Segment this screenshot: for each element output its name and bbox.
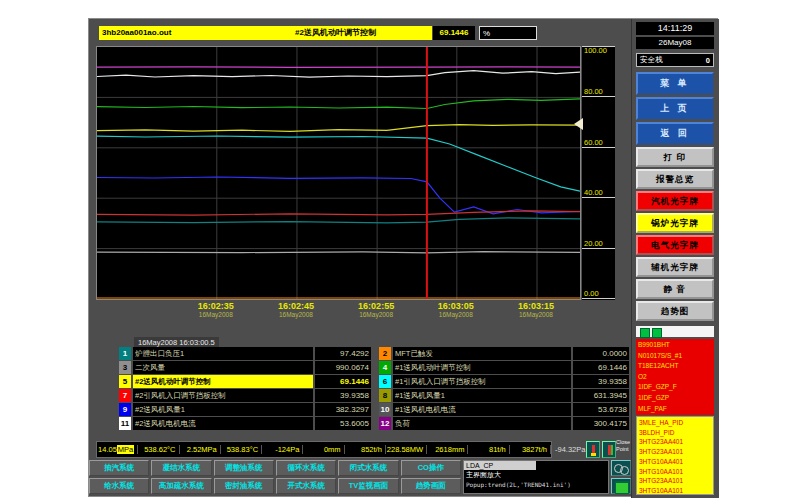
- sidebar-button-6[interactable]: 静 音: [636, 279, 714, 299]
- legend-signal-value: 300.4175: [573, 417, 629, 430]
- legend-signal-label[interactable]: #1引风机入口调节挡板控制: [393, 375, 571, 388]
- x-tick-time: 16:03:05: [421, 301, 491, 311]
- legend-row[interactable]: 10#1送风机电机电流53.6738: [379, 403, 629, 416]
- alarm-tag[interactable]: N01017S/S_#1: [638, 351, 712, 362]
- sidebar-button-7[interactable]: 趋势图: [636, 301, 714, 321]
- alarm-tag-list-red[interactable]: B9901BHTN01017S/S_#1T18E12ACHTO21IDF_GZP…: [636, 339, 714, 415]
- menu-button-row2-3[interactable]: 开式水系统: [276, 478, 336, 494]
- legend-signal-label[interactable]: #1送风机电机电流: [393, 403, 571, 416]
- legend-row[interactable]: 7#2引风机入口调节挡板控制39.9358: [119, 389, 371, 402]
- alarm-tag[interactable]: T18E12ACHT: [638, 361, 712, 372]
- sidebar-button-2[interactable]: 汽机光字牌: [636, 191, 714, 211]
- legend-signal-label[interactable]: #2送风机动叶调节控制: [133, 375, 313, 388]
- sidebar-button-4[interactable]: 电气光字牌: [636, 235, 714, 255]
- status-chip-strip: [636, 326, 714, 337]
- legend-signal-value: 39.9358: [315, 389, 371, 402]
- alarm-tag[interactable]: 3HTG23AA101: [639, 476, 711, 486]
- process-status-bar: 14.05MPa538.62°C2.52MPa538.83°C-124Pa0mm…: [96, 441, 552, 458]
- legend-signal-value: 97.4292: [315, 347, 371, 360]
- legend-signal-label[interactable]: 负荷: [393, 417, 571, 430]
- link-tool-button[interactable]: [611, 460, 631, 476]
- status-value: 538.62°C: [138, 445, 179, 454]
- sidebar-button-5[interactable]: 辅机光字牌: [636, 257, 714, 277]
- legend-signal-label[interactable]: #1送风机动叶调节控制: [393, 361, 571, 374]
- legend-row[interactable]: 1炉膛出口负压197.4292: [119, 347, 371, 360]
- command-console[interactable]: LDA_CP 主界面放大 Popup:trend(2L,'TREND41.ini…: [463, 460, 609, 494]
- legend-row[interactable]: 2MFT已触发0.0000: [379, 347, 629, 360]
- x-tick-date: 16May2008: [421, 311, 491, 318]
- legend-row[interactable]: 12负荷300.4175: [379, 417, 629, 430]
- alarm-tag[interactable]: 3HTG10AA101: [639, 486, 711, 495]
- selected-signal-value: 69.1446: [433, 26, 475, 40]
- legend-signal-value: 53.6005: [315, 417, 371, 430]
- y-tick-line: [582, 248, 615, 249]
- legend-signal-label[interactable]: #2送风机风量1: [133, 403, 313, 416]
- menu-button-row1-0[interactable]: 抽汽系统: [89, 460, 149, 476]
- legend-signal-label[interactable]: 二次风量: [133, 361, 313, 374]
- x-tick-time: 16:02:35: [181, 301, 251, 311]
- legend-row[interactable]: 8#1送风机风量1631.3945: [379, 389, 629, 402]
- console-line: 主界面放大: [464, 470, 608, 480]
- legend-signal-label[interactable]: #2引风机入口调节挡板控制: [133, 389, 313, 402]
- legend-row[interactable]: 11#2送风机电机电流53.6005: [119, 417, 371, 430]
- clock-date: 26May08: [636, 37, 714, 49]
- x-tick-date: 16May2008: [501, 311, 571, 318]
- legend-signal-value: 631.3945: [573, 389, 629, 402]
- alarm-tag[interactable]: 3BLDH_PID: [639, 428, 711, 438]
- legend-row[interactable]: 9#2送风机风量1382.3297: [119, 403, 371, 416]
- status-value: 3827t/h: [510, 445, 551, 454]
- x-tick-time: 16:02:55: [341, 301, 411, 311]
- menu-button-row1-3[interactable]: 循环水系统: [276, 460, 336, 476]
- sidebar-button-0[interactable]: 打 印: [636, 147, 714, 167]
- alarm-tag[interactable]: 3HTG10AA101: [639, 467, 711, 477]
- valve-indicator-icon[interactable]: [586, 441, 600, 458]
- legend-row[interactable]: 5#2送风机动叶调节控制69.1446: [119, 375, 371, 388]
- legend-signal-label[interactable]: MFT已触发: [393, 347, 571, 360]
- alarm-tag-list-yellow[interactable]: 3MLE_HA_PID3BLDH_PID3HTG23AA4013HTG23AA1…: [636, 416, 714, 495]
- legend-pen-number: 5: [119, 375, 131, 388]
- alarm-tag[interactable]: 3MLE_HA_PID: [639, 418, 711, 428]
- legend-row[interactable]: 6#1引风机入口调节挡板控制39.9358: [379, 375, 629, 388]
- grid-tool-button[interactable]: [611, 478, 631, 494]
- legend-signal-label[interactable]: #1送风机风量1: [393, 389, 571, 402]
- legend-row[interactable]: 3二次风量990.0674: [119, 361, 371, 374]
- alarm-tag[interactable]: 3HTG10AA401: [639, 457, 711, 467]
- value-pointer-icon[interactable]: [574, 118, 583, 130]
- alarm-tag[interactable]: B9901BHT: [638, 340, 712, 351]
- menu-button-row1-2[interactable]: 调整油系统: [214, 460, 274, 476]
- legend-pen-number: 6: [379, 375, 391, 388]
- close-point-label[interactable]: Close Point: [616, 439, 632, 453]
- console-selected-line[interactable]: LDA_CP: [464, 461, 536, 470]
- x-tick-date: 16May2008: [261, 311, 331, 318]
- alarm-tag[interactable]: 1IDF_GZP: [638, 393, 712, 404]
- status-chip-icon: [640, 328, 650, 338]
- sidebar-button-3[interactable]: 锅炉光字牌: [636, 213, 714, 233]
- selected-signal-title[interactable]: #2送风机动叶调节控制: [292, 26, 432, 40]
- legend-signal-label[interactable]: #2送风机电机电流: [133, 417, 313, 430]
- menu-button-row1-1[interactable]: 凝结水系统: [151, 460, 211, 476]
- menu-button-row2-2[interactable]: 密封油系统: [214, 478, 274, 494]
- alarm-tag[interactable]: 1IDF_GZP_F: [638, 382, 712, 393]
- y-tick-line: [582, 147, 615, 148]
- alarm-tag[interactable]: 3HTG23AA401: [639, 437, 711, 447]
- menu-button-row1-4[interactable]: 闭式水系统: [338, 460, 398, 476]
- legend-row[interactable]: 4#1送风机动叶调节控制69.1446: [379, 361, 629, 374]
- alarm-tag[interactable]: O2: [638, 372, 712, 383]
- menu-button-row1-5[interactable]: CO操作: [401, 460, 461, 476]
- sidebar-nav-button-2[interactable]: 返 回: [636, 122, 714, 145]
- status-value: 14.05MPa: [97, 445, 138, 454]
- valve-indicator-icon[interactable]: [602, 441, 616, 458]
- menu-button-row2-0[interactable]: 给水系统: [89, 478, 149, 494]
- alarm-tag[interactable]: 3HTG23AA101: [639, 447, 711, 457]
- menu-button-row2-4[interactable]: TV监视画面: [338, 478, 398, 494]
- menu-button-row2-1[interactable]: 高加疏水系统: [151, 478, 211, 494]
- alarm-tag[interactable]: MLF_PAF: [638, 404, 712, 415]
- dcs-trend-window: 3hb20aa001ao.out #2送风机动叶调节控制 69.1446 % 1…: [88, 18, 718, 497]
- legend-signal-label[interactable]: 炉膛出口负压1: [133, 347, 313, 360]
- trend-plot[interactable]: [96, 46, 581, 300]
- sidebar-button-1[interactable]: 报警总览: [636, 169, 714, 189]
- sidebar-nav-button-0[interactable]: 菜 单: [636, 72, 714, 95]
- menu-button-row2-5[interactable]: 趋势画面: [401, 478, 461, 494]
- legend-pen-number: 3: [119, 361, 131, 374]
- sidebar-nav-button-1[interactable]: 上 页: [636, 97, 714, 120]
